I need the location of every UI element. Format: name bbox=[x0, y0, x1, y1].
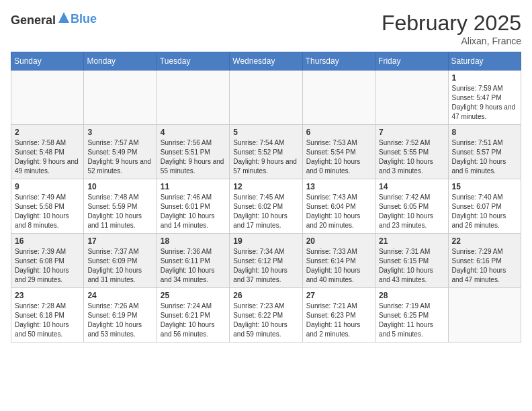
day-number: 13 bbox=[306, 182, 371, 191]
calendar-day-cell: 13Sunrise: 7:43 AM Sunset: 6:04 PM Dayli… bbox=[302, 179, 375, 234]
weekday-header-wednesday: Wednesday bbox=[230, 52, 302, 71]
calendar-day-cell bbox=[11, 71, 84, 125]
weekday-header-monday: Monday bbox=[84, 52, 157, 71]
weekday-header-friday: Friday bbox=[375, 52, 448, 71]
calendar-day-cell: 18Sunrise: 7:36 AM Sunset: 6:11 PM Dayli… bbox=[157, 234, 229, 288]
day-number: 28 bbox=[379, 291, 444, 300]
calendar-day-cell: 23Sunrise: 7:28 AM Sunset: 6:18 PM Dayli… bbox=[11, 288, 84, 342]
calendar-day-cell: 4Sunrise: 7:56 AM Sunset: 5:51 PM Daylig… bbox=[157, 125, 229, 179]
page-header: General Blue February 2025 Alixan, Franc… bbox=[11, 11, 521, 46]
day-info: Sunrise: 7:48 AM Sunset: 5:59 PM Dayligh… bbox=[87, 193, 152, 230]
calendar-day-cell: 7Sunrise: 7:52 AM Sunset: 5:55 PM Daylig… bbox=[375, 125, 448, 179]
day-number: 2 bbox=[15, 128, 80, 137]
calendar-day-cell: 25Sunrise: 7:24 AM Sunset: 6:21 PM Dayli… bbox=[157, 288, 229, 342]
day-number: 9 bbox=[15, 182, 80, 191]
day-info: Sunrise: 7:31 AM Sunset: 6:15 PM Dayligh… bbox=[379, 247, 444, 285]
calendar-day-cell: 19Sunrise: 7:34 AM Sunset: 6:12 PM Dayli… bbox=[230, 234, 302, 288]
calendar-day-cell: 20Sunrise: 7:33 AM Sunset: 6:14 PM Dayli… bbox=[302, 234, 375, 288]
calendar-day-cell: 10Sunrise: 7:48 AM Sunset: 5:59 PM Dayli… bbox=[84, 179, 157, 234]
day-info: Sunrise: 7:43 AM Sunset: 6:04 PM Dayligh… bbox=[306, 193, 371, 230]
day-number: 7 bbox=[379, 128, 444, 137]
svg-marker-0 bbox=[58, 12, 69, 23]
day-info: Sunrise: 7:45 AM Sunset: 6:02 PM Dayligh… bbox=[233, 193, 298, 230]
calendar-day-cell: 11Sunrise: 7:46 AM Sunset: 6:01 PM Dayli… bbox=[157, 179, 229, 234]
day-number: 24 bbox=[87, 291, 152, 300]
calendar-day-cell: 12Sunrise: 7:45 AM Sunset: 6:02 PM Dayli… bbox=[230, 179, 302, 234]
day-info: Sunrise: 7:24 AM Sunset: 6:21 PM Dayligh… bbox=[161, 302, 226, 339]
calendar-week-row: 1Sunrise: 7:59 AM Sunset: 5:47 PM Daylig… bbox=[11, 71, 521, 125]
weekday-header-sunday: Sunday bbox=[11, 52, 84, 71]
calendar-day-cell: 15Sunrise: 7:40 AM Sunset: 6:07 PM Dayli… bbox=[448, 179, 521, 234]
day-number: 22 bbox=[452, 236, 517, 246]
calendar-day-cell bbox=[84, 71, 157, 125]
day-info: Sunrise: 7:37 AM Sunset: 6:09 PM Dayligh… bbox=[87, 247, 152, 285]
day-number: 3 bbox=[87, 128, 152, 137]
day-info: Sunrise: 7:53 AM Sunset: 5:54 PM Dayligh… bbox=[306, 138, 371, 176]
day-info: Sunrise: 7:42 AM Sunset: 6:05 PM Dayligh… bbox=[379, 193, 444, 230]
day-info: Sunrise: 7:51 AM Sunset: 5:57 PM Dayligh… bbox=[452, 138, 517, 176]
calendar-week-row: 9Sunrise: 7:49 AM Sunset: 5:58 PM Daylig… bbox=[11, 179, 521, 234]
calendar-day-cell: 27Sunrise: 7:21 AM Sunset: 6:23 PM Dayli… bbox=[302, 288, 375, 342]
logo: General Blue bbox=[11, 11, 97, 28]
calendar-body: 1Sunrise: 7:59 AM Sunset: 5:47 PM Daylig… bbox=[11, 71, 521, 342]
calendar-day-cell bbox=[375, 71, 448, 125]
calendar-day-cell: 5Sunrise: 7:54 AM Sunset: 5:52 PM Daylig… bbox=[230, 125, 302, 179]
day-info: Sunrise: 7:56 AM Sunset: 5:51 PM Dayligh… bbox=[161, 138, 226, 176]
weekday-header-saturday: Saturday bbox=[448, 52, 521, 71]
day-info: Sunrise: 7:34 AM Sunset: 6:12 PM Dayligh… bbox=[233, 247, 298, 285]
day-number: 8 bbox=[452, 128, 517, 137]
logo-blue: Blue bbox=[71, 12, 97, 26]
day-number: 11 bbox=[161, 182, 226, 191]
weekday-header-tuesday: Tuesday bbox=[157, 52, 229, 71]
calendar-day-cell: 14Sunrise: 7:42 AM Sunset: 6:05 PM Dayli… bbox=[375, 179, 448, 234]
day-info: Sunrise: 7:26 AM Sunset: 6:19 PM Dayligh… bbox=[87, 302, 152, 339]
day-number: 18 bbox=[161, 236, 226, 246]
calendar-day-cell: 3Sunrise: 7:57 AM Sunset: 5:49 PM Daylig… bbox=[84, 125, 157, 179]
day-number: 17 bbox=[87, 236, 152, 246]
day-number: 23 bbox=[15, 291, 80, 300]
calendar-day-cell: 6Sunrise: 7:53 AM Sunset: 5:54 PM Daylig… bbox=[302, 125, 375, 179]
calendar-day-cell: 9Sunrise: 7:49 AM Sunset: 5:58 PM Daylig… bbox=[11, 179, 84, 234]
day-number: 20 bbox=[306, 236, 371, 246]
day-info: Sunrise: 7:39 AM Sunset: 6:08 PM Dayligh… bbox=[15, 247, 80, 285]
day-number: 15 bbox=[452, 182, 517, 191]
day-info: Sunrise: 7:59 AM Sunset: 5:47 PM Dayligh… bbox=[452, 84, 517, 122]
day-info: Sunrise: 7:29 AM Sunset: 6:16 PM Dayligh… bbox=[452, 247, 517, 285]
calendar-day-cell bbox=[302, 71, 375, 125]
day-info: Sunrise: 7:23 AM Sunset: 6:22 PM Dayligh… bbox=[233, 302, 298, 339]
calendar-day-cell: 2Sunrise: 7:58 AM Sunset: 5:48 PM Daylig… bbox=[11, 125, 84, 179]
day-number: 5 bbox=[233, 128, 298, 137]
calendar-day-cell bbox=[157, 71, 229, 125]
location: Alixan, France bbox=[382, 36, 521, 46]
day-number: 4 bbox=[161, 128, 226, 137]
calendar-day-cell bbox=[230, 71, 302, 125]
calendar-header-row: SundayMondayTuesdayWednesdayThursdayFrid… bbox=[11, 52, 521, 71]
day-number: 19 bbox=[233, 236, 298, 246]
calendar-day-cell bbox=[448, 288, 521, 342]
day-info: Sunrise: 7:46 AM Sunset: 6:01 PM Dayligh… bbox=[161, 193, 226, 230]
logo-general: General bbox=[11, 13, 56, 27]
calendar-day-cell: 8Sunrise: 7:51 AM Sunset: 5:57 PM Daylig… bbox=[448, 125, 521, 179]
day-info: Sunrise: 7:33 AM Sunset: 6:14 PM Dayligh… bbox=[306, 247, 371, 285]
calendar-week-row: 23Sunrise: 7:28 AM Sunset: 6:18 PM Dayli… bbox=[11, 288, 521, 342]
day-info: Sunrise: 7:28 AM Sunset: 6:18 PM Dayligh… bbox=[15, 302, 80, 339]
day-info: Sunrise: 7:52 AM Sunset: 5:55 PM Dayligh… bbox=[379, 138, 444, 176]
day-info: Sunrise: 7:58 AM Sunset: 5:48 PM Dayligh… bbox=[15, 138, 80, 176]
day-info: Sunrise: 7:57 AM Sunset: 5:49 PM Dayligh… bbox=[87, 138, 152, 176]
calendar-week-row: 2Sunrise: 7:58 AM Sunset: 5:48 PM Daylig… bbox=[11, 125, 521, 179]
day-info: Sunrise: 7:49 AM Sunset: 5:58 PM Dayligh… bbox=[15, 193, 80, 230]
day-number: 26 bbox=[233, 291, 298, 300]
calendar-day-cell: 28Sunrise: 7:19 AM Sunset: 6:25 PM Dayli… bbox=[375, 288, 448, 342]
day-info: Sunrise: 7:54 AM Sunset: 5:52 PM Dayligh… bbox=[233, 138, 298, 176]
day-number: 25 bbox=[161, 291, 226, 300]
day-number: 12 bbox=[233, 182, 298, 191]
calendar-week-row: 16Sunrise: 7:39 AM Sunset: 6:08 PM Dayli… bbox=[11, 234, 521, 288]
title-block: February 2025 Alixan, France bbox=[382, 11, 521, 46]
calendar-day-cell: 26Sunrise: 7:23 AM Sunset: 6:22 PM Dayli… bbox=[230, 288, 302, 342]
day-info: Sunrise: 7:19 AM Sunset: 6:25 PM Dayligh… bbox=[379, 302, 444, 339]
day-number: 16 bbox=[15, 236, 80, 246]
day-number: 21 bbox=[379, 236, 444, 246]
day-info: Sunrise: 7:40 AM Sunset: 6:07 PM Dayligh… bbox=[452, 193, 517, 230]
day-number: 10 bbox=[87, 182, 152, 191]
calendar-day-cell: 21Sunrise: 7:31 AM Sunset: 6:15 PM Dayli… bbox=[375, 234, 448, 288]
